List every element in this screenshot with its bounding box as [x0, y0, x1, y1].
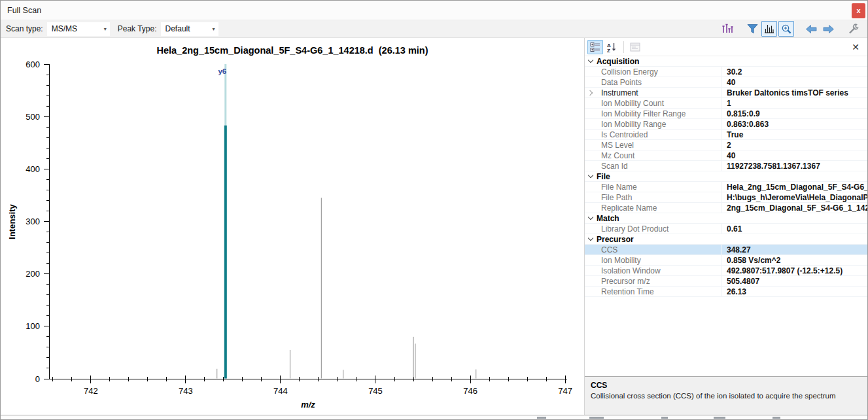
category-row[interactable]: Precursor: [585, 234, 867, 245]
spectrum-chart[interactable]: 7427437447457467470100200300400500600y6H…: [1, 38, 584, 415]
svg-text:742: 742: [84, 386, 98, 396]
property-row[interactable]: InstrumentBruker Daltonics timsTOF serie…: [585, 88, 867, 98]
property-value: 2ng_15cm_Diagonal_5F_S4-G6_1_142: [722, 203, 867, 213]
property-row[interactable]: Ion Mobility Count1: [585, 98, 867, 109]
scan-type-select[interactable]: MS/MS ▾: [47, 22, 110, 36]
svg-text:744: 744: [273, 386, 288, 396]
categorized-button[interactable]: [587, 40, 603, 54]
properties-close-button[interactable]: ✕: [852, 43, 859, 52]
property-value: 0.863:0.863: [722, 120, 867, 129]
property-value: True: [722, 130, 867, 139]
collapse-chevron-icon[interactable]: [588, 215, 593, 220]
scan-type-label: Scan type:: [6, 24, 43, 33]
property-value: 492.9807:517.9807 (-12.5:+12.5): [722, 266, 867, 275]
category-name: Precursor: [597, 235, 634, 244]
properties-panel: A Z ✕ AcquisitionCo: [584, 38, 867, 415]
window-title: Full Scan: [7, 6, 41, 15]
category-row[interactable]: File: [585, 171, 867, 182]
alphabetical-sort-icon: A Z: [606, 42, 617, 52]
property-row[interactable]: Is CentroidedTrue: [585, 130, 867, 140]
zoom-toggle[interactable]: [778, 21, 794, 37]
close-button[interactable]: x: [852, 3, 865, 18]
settings-button[interactable]: [845, 21, 861, 37]
property-value: 348.27: [722, 245, 867, 254]
property-label: Precursor m/z: [597, 276, 722, 286]
property-label: Retention Time: [597, 287, 722, 296]
collapse-chevron-icon[interactable]: [588, 236, 593, 241]
property-row[interactable]: File PathH:\bugs_h\JeromeVia\Hela_Diagon…: [585, 192, 867, 203]
properties-toolbar: A Z ✕: [585, 38, 867, 56]
svg-text:500: 500: [26, 112, 40, 122]
property-pages-button[interactable]: [627, 40, 643, 54]
property-value: 11927238.7581.1367.1367: [722, 162, 867, 171]
full-scan-window: Full Scan x Scan type: MS/MS ▾ Peak Type…: [0, 0, 868, 420]
property-row[interactable]: Isolation Window492.9807:517.9807 (-12.5…: [585, 266, 867, 276]
property-row[interactable]: Retention Time26.13: [585, 287, 867, 297]
x-axis-title: m/z: [301, 400, 315, 410]
svg-text:0: 0: [35, 374, 40, 384]
collapse-chevron-icon[interactable]: [588, 58, 593, 63]
description-title: CCS: [591, 381, 861, 390]
svg-text:747: 747: [558, 386, 572, 396]
expand-chevron-icon[interactable]: [587, 90, 593, 95]
property-row[interactable]: File NameHela_2ng_15cm_Diagonal_5F_S4-G6…: [585, 182, 867, 192]
peak-annotation: y6: [218, 67, 226, 75]
collapse-chevron-icon[interactable]: [588, 173, 593, 178]
y-axis-title: Intensity: [7, 204, 17, 239]
next-scan-button[interactable]: [820, 21, 836, 37]
property-label: File Path: [597, 192, 722, 202]
categorized-icon: [590, 42, 600, 52]
property-grid: AcquisitionCollision Energy30.2Data Poin…: [585, 56, 867, 376]
filter-button[interactable]: [744, 21, 760, 37]
property-row[interactable]: Collision Energy30.2: [585, 67, 867, 77]
spectrum-peaks-icon: [764, 24, 774, 34]
property-label: Ion Mobility Filter Range: [597, 109, 722, 118]
property-label: Ion Mobility Count: [597, 98, 722, 108]
svg-text:200: 200: [26, 269, 40, 279]
property-pages-icon: [630, 43, 640, 52]
chart-title: Hela_2ng_15cm_Diagonal_5F_S4-G6_1_14218.…: [156, 45, 428, 56]
library-spectrum-button[interactable]: [720, 21, 735, 37]
property-row[interactable]: Ion Mobility Filter Range0.815:0.9: [585, 109, 867, 119]
property-description: CCS Collisional cross section (CCS) of t…: [585, 376, 867, 415]
property-row[interactable]: MS Level2: [585, 140, 867, 150]
property-value: 30.2: [722, 67, 867, 77]
category-row[interactable]: Match: [585, 213, 867, 224]
property-label: MS Level: [597, 140, 722, 150]
arrow-right-icon: [822, 24, 835, 34]
spectrum-plot[interactable]: 7427437447457467470100200300400500600y6H…: [1, 38, 584, 415]
svg-text:745: 745: [368, 386, 383, 396]
property-row[interactable]: Mz Count40: [585, 150, 867, 161]
arrow-left-icon: [805, 24, 818, 34]
property-row[interactable]: CCS348.27: [585, 245, 867, 255]
property-label: CCS: [597, 245, 722, 254]
titlebar: Full Scan x: [1, 1, 867, 20]
property-row[interactable]: Replicate Name2ng_15cm_Diagonal_5F_S4-G6…: [585, 203, 867, 213]
property-value: 0.61: [722, 224, 867, 234]
svg-text:300: 300: [26, 217, 40, 226]
property-value: 40: [722, 78, 867, 87]
previous-scan-button[interactable]: [803, 21, 819, 37]
property-value: 0.815:0.9: [722, 109, 867, 118]
peak-type-select[interactable]: Default ▾: [161, 22, 218, 36]
property-value: 505.4807: [722, 277, 867, 286]
property-row[interactable]: Scan Id11927238.7581.1367.1367: [585, 161, 867, 171]
property-label: Mz Count: [597, 150, 722, 160]
description-text: Collisional cross section (CCS) of the i…: [591, 392, 861, 400]
property-row[interactable]: Ion Mobility0.858 Vs/cm^2: [585, 255, 867, 266]
property-value: 2: [722, 141, 867, 150]
property-row[interactable]: Library Dot Product0.61: [585, 224, 867, 234]
property-row[interactable]: Ion Mobility Range0.863:0.863: [585, 119, 867, 130]
property-row[interactable]: Data Points40: [585, 77, 867, 88]
chevron-down-icon: ▾: [104, 26, 107, 32]
background-window-sliver: [1, 415, 867, 419]
category-row[interactable]: Acquisition: [585, 56, 867, 67]
alphabetical-sort-button[interactable]: A Z: [604, 40, 619, 54]
spectrum-view-toggle[interactable]: [761, 21, 777, 37]
property-label: Collision Energy: [597, 67, 722, 77]
svg-text:743: 743: [179, 386, 193, 396]
property-label: Replicate Name: [597, 203, 722, 213]
property-row[interactable]: Precursor m/z505.4807: [585, 276, 867, 287]
peak-type-label: Peak Type:: [118, 24, 157, 33]
property-label: Ion Mobility: [597, 255, 722, 265]
